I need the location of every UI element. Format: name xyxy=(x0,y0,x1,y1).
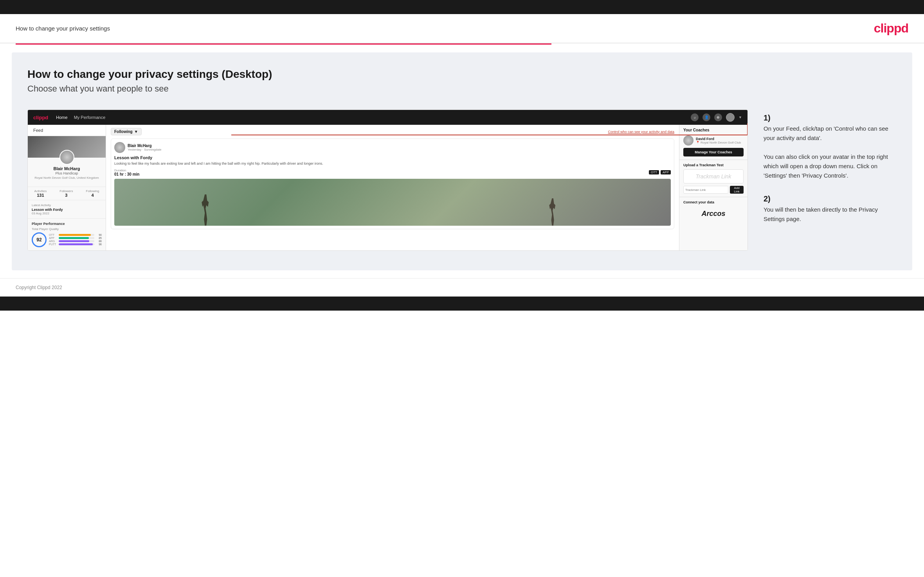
trackman-placeholder-text: Trackman Link xyxy=(696,173,731,180)
coach-club: 📍 Royal North Devon Golf Club xyxy=(696,141,741,144)
nav-item-home: Home xyxy=(56,115,67,120)
bar-putt-label: PUTT xyxy=(49,243,58,246)
duration-value: 01 hr : 30 min xyxy=(114,172,139,176)
bar-putt-track xyxy=(59,243,94,245)
latest-activity-name: Lesson with Fordy xyxy=(32,208,102,212)
stat-activities: Activities 131 xyxy=(34,189,47,198)
instruction-1-num: 1) xyxy=(764,113,897,122)
bar-app-value: 85 xyxy=(95,237,102,239)
trackman-input[interactable] xyxy=(683,186,728,194)
bar-arg-label: ARG xyxy=(49,240,58,243)
tag-app: APP xyxy=(661,170,671,174)
page-heading: How to change your privacy settings (Des… xyxy=(27,68,897,81)
stat-followers-value: 3 xyxy=(59,193,73,198)
instruction-2-num: 2) xyxy=(764,194,897,203)
bar-app-label: APP xyxy=(49,237,58,239)
post-meta: Yesterday · Sunningdale xyxy=(128,148,161,151)
avatar-chevron: ▼ xyxy=(738,115,742,119)
app-body: Feed Blair McHarg Plus Handicap Royal No… xyxy=(28,125,747,250)
bar-ott-fill xyxy=(59,234,91,236)
bar-arg-track xyxy=(59,240,94,242)
following-button[interactable]: Following ▼ xyxy=(111,128,142,135)
app-nav-icons: ⌕ 👤 ⊕ ▼ xyxy=(691,113,742,122)
coach-name: David Ford xyxy=(696,137,741,141)
person-icon[interactable]: 👤 xyxy=(702,113,710,121)
tpq-row: 92 OTT 90 APP xyxy=(32,232,102,247)
latest-activity-section: Latest Activity Lesson with Fordy 03 Aug… xyxy=(28,200,106,218)
tpq-circle: 92 xyxy=(32,232,47,247)
post-tags: OTT APP xyxy=(649,170,671,174)
bottom-bar xyxy=(0,297,924,311)
following-chevron-icon: ▼ xyxy=(134,129,138,134)
bar-app-track xyxy=(59,237,94,239)
instruction-2: 2) You will then be taken directly to th… xyxy=(764,194,897,224)
profile-name: Blair McHarg xyxy=(32,166,102,171)
stat-followers-label: Followers xyxy=(59,189,73,193)
instructions-col: 1) On your Feed, click/tap on 'Control w… xyxy=(764,110,897,238)
instruction-2-text: You will then be taken directly to the P… xyxy=(764,205,897,224)
bar-arg: ARG 86 xyxy=(49,240,102,243)
tpq-label: Total Player Quality xyxy=(32,227,102,231)
app-nav-logo: clippd xyxy=(33,115,48,120)
following-label: Following xyxy=(114,129,133,134)
bar-putt: PUTT 96 xyxy=(49,243,102,246)
nav-avatar[interactable] xyxy=(726,113,735,122)
trackman-add-button[interactable]: Add Link xyxy=(730,186,744,194)
profile-club: Royal North Devon Golf Club, United King… xyxy=(32,176,102,180)
stat-following-value: 4 xyxy=(86,193,99,198)
trackman-section: Upload a Trackman Test Trackman Link Add… xyxy=(679,160,747,197)
stat-followers: Followers 3 xyxy=(59,189,73,198)
golfer-silhouette-1 xyxy=(198,194,213,226)
stat-activities-label: Activities xyxy=(34,189,47,193)
app-right-sidebar: Your Coaches David Ford 📍 Royal North De… xyxy=(679,125,747,250)
latest-activity-label: Latest Activity xyxy=(32,203,102,207)
tpq-bars: OTT 90 APP xyxy=(49,234,102,246)
nav-item-performance: My Performance xyxy=(74,115,106,120)
manage-coaches-button[interactable]: Manage Your Coaches xyxy=(683,148,744,156)
instruction-1-text: On your Feed, click/tap on 'Control who … xyxy=(764,124,897,180)
profile-avatar xyxy=(59,150,74,165)
coach-avatar xyxy=(683,135,693,146)
top-bar xyxy=(0,0,924,14)
connect-title: Connect your data xyxy=(683,200,744,204)
trackman-placeholder: Trackman Link xyxy=(683,169,744,183)
feed-post: Blair McHarg Yesterday · Sunningdale Les… xyxy=(111,138,674,229)
duration-label: Duration xyxy=(114,169,139,172)
post-avatar xyxy=(114,142,125,153)
instruction-1: 1) On your Feed, click/tap on 'Control w… xyxy=(764,113,897,180)
main-content: How to change your privacy settings (Des… xyxy=(12,52,912,270)
app-sidebar: Feed Blair McHarg Plus Handicap Royal No… xyxy=(28,125,106,250)
bar-ott-label: OTT xyxy=(49,234,58,236)
player-perf-title: Player Performance xyxy=(32,222,102,226)
post-header: Blair McHarg Yesterday · Sunningdale xyxy=(114,142,671,153)
annotation-container xyxy=(28,135,747,136)
arccos-logo: Arccos xyxy=(683,207,744,221)
two-col-layout: clippd Home My Performance ⌕ 👤 ⊕ ▼ Feed xyxy=(27,110,897,251)
post-duration-info: Duration 01 hr : 30 min xyxy=(114,169,139,176)
post-author-info: Blair McHarg Yesterday · Sunningdale xyxy=(128,144,161,151)
app-nav: clippd Home My Performance ⌕ 👤 ⊕ ▼ xyxy=(28,110,747,125)
feed-tab[interactable]: Feed xyxy=(28,125,106,136)
profile-handicap: Plus Handicap xyxy=(32,171,102,175)
profile-stats: Activities 131 Followers 3 Following 4 xyxy=(28,187,106,200)
post-author: Blair McHarg xyxy=(128,144,161,148)
bar-ott-value: 90 xyxy=(95,234,102,236)
stat-following: Following 4 xyxy=(86,189,99,198)
player-performance-section: Player Performance Total Player Quality … xyxy=(28,218,106,250)
annotation-line-svg xyxy=(231,123,747,137)
header-underline xyxy=(16,43,908,45)
coach-location-icon: 📍 xyxy=(696,141,700,144)
post-desc: Looking to feel like my hands are exitin… xyxy=(114,162,671,166)
globe-icon[interactable]: ⊕ xyxy=(714,113,722,121)
stat-activities-value: 131 xyxy=(34,193,47,198)
coach-info: David Ford 📍 Royal North Devon Golf Club xyxy=(696,137,741,144)
bar-putt-value: 96 xyxy=(95,243,102,246)
bar-putt-fill xyxy=(59,243,93,245)
bar-app: APP 85 xyxy=(49,237,102,239)
app-feed: Following ▼ Control who can see your act… xyxy=(106,125,679,250)
coach-club-text: Royal North Devon Golf Club xyxy=(701,141,741,144)
footer: Copyright Clippd 2022 xyxy=(0,278,924,297)
tag-ott: OTT xyxy=(649,170,659,174)
bar-arg-fill xyxy=(59,240,89,242)
search-icon[interactable]: ⌕ xyxy=(691,113,699,121)
